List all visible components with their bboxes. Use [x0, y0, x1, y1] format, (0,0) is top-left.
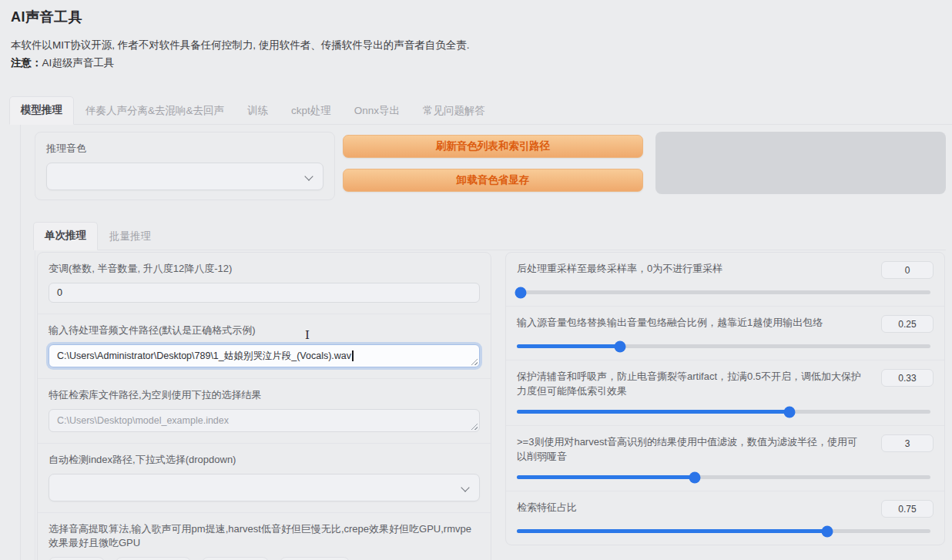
- slider-value-input[interactable]: 0.25: [881, 315, 934, 333]
- slider-row: 保护清辅音和呼吸声，防止电音撕裂等artifact，拉满0.5不开启，调低加大保…: [506, 360, 944, 425]
- slider-track[interactable]: [517, 529, 930, 533]
- f0-option-crepe[interactable]: crepe: [202, 557, 270, 560]
- tab-ckpt处理[interactable]: ckpt处理: [280, 97, 343, 125]
- audio-path-row: 输入待处理音频文件路径(默认是正确格式示例) C:\Users\Administ…: [38, 314, 491, 378]
- slider-row: >=3则使用对harvest音高识别的结果使用中值滤波，数值为滤波半径，使用可以…: [506, 425, 944, 491]
- page-title: AI声音工具: [11, 8, 952, 26]
- sub-tabs: 单次推理批量推理: [33, 222, 946, 250]
- f0-method-options: pmharvestcrepermvpe: [49, 557, 480, 560]
- page: AI声音工具 本软件以MIT协议开源, 作者不对软件具备任何控制力, 使用软件者…: [0, 0, 952, 560]
- index-path-label: 特征检索库文件路径,为空则使用下拉的选择结果: [49, 388, 480, 402]
- f0-method-label: 选择音高提取算法,输入歌声可用pm提速,harvest低音好但巨慢无比,crep…: [49, 522, 480, 550]
- tab-模型推理[interactable]: 模型推理: [9, 96, 74, 125]
- slider-value-input[interactable]: 0: [881, 261, 934, 279]
- slider-handle[interactable]: [689, 471, 700, 483]
- resize-handle-icon[interactable]: [471, 423, 478, 430]
- audio-path-input[interactable]: C:\Users\Administrator\Desktop\789\1_姑娘别…: [49, 344, 480, 367]
- slider-row: 后处理重采样至最终采样率，0为不进行重采样0: [506, 253, 944, 306]
- slider-label: 输入源音量包络替换输出音量包络融合比例，越靠近1越使用输出包络: [517, 315, 881, 330]
- chevron-down-icon: [461, 483, 469, 491]
- tab-训练[interactable]: 训练: [236, 97, 280, 125]
- slider-handle[interactable]: [615, 340, 626, 352]
- slider-row: 输入源音量包络替换输出音量包络融合比例，越靠近1越使用输出包络0.25: [506, 306, 944, 360]
- voice-label: 推理音色: [46, 142, 323, 156]
- auto-index-row: 自动检测index路径,下拉式选择(dropdown): [38, 443, 491, 512]
- auto-index-select[interactable]: [49, 474, 480, 501]
- slider-fill: [517, 529, 827, 533]
- note-label: 注意：: [11, 57, 42, 69]
- refresh-voice-list-button[interactable]: 刷新音色列表和索引路径: [343, 135, 643, 158]
- slider-handle[interactable]: [784, 406, 796, 417]
- ibeam-cursor: I: [305, 328, 310, 342]
- subtab-批量推理[interactable]: 批量推理: [98, 223, 163, 250]
- f0-method-row: 选择音高提取算法,输入歌声可用pm提速,harvest低音好但巨慢无比,crep…: [38, 512, 491, 560]
- slider-label: >=3则使用对harvest音高识别的结果使用中值滤波，数值为滤波半径，使用可以…: [517, 434, 881, 464]
- audio-path-value: C:\Users\Administrator\Desktop\789\1_姑娘别…: [57, 350, 351, 363]
- slider-track[interactable]: [517, 344, 930, 348]
- f0-option-pm[interactable]: pm: [49, 557, 105, 560]
- note-line: 注意：AI超级声音工具: [11, 56, 952, 70]
- output-info-panel: [655, 132, 946, 194]
- text-caret: [352, 350, 354, 361]
- transpose-label: 变调(整数, 半音数量, 升八度12降八度-12): [49, 262, 480, 276]
- voice-row: 推理音色 刷新音色列表和索引路径 卸载音色省显存: [35, 132, 946, 200]
- f0-option-harvest[interactable]: harvest: [116, 557, 191, 560]
- transpose-value: 0: [57, 287, 62, 298]
- slider-track[interactable]: [517, 290, 930, 294]
- main-tabs: 模型推理伴奏人声分离&去混响&去回声训练ckpt处理Onnx导出常见问题解答: [9, 96, 952, 125]
- voice-group: 推理音色: [35, 132, 335, 200]
- resize-handle-icon[interactable]: [471, 358, 478, 365]
- index-path-row: 特征检索库文件路径,为空则使用下拉的选择结果 C:\Users\Desktop\…: [38, 378, 491, 443]
- slider-handle[interactable]: [821, 525, 833, 537]
- index-path-input[interactable]: C:\Users\Desktop\model_example.index: [49, 409, 480, 432]
- slider-track[interactable]: [517, 410, 930, 414]
- note-text: AI超级声音工具: [42, 57, 115, 69]
- tab-伴奏人声分离&去混响&去回声[interactable]: 伴奏人声分离&去混响&去回声: [74, 97, 236, 125]
- unload-voice-button[interactable]: 卸载音色省显存: [343, 169, 643, 192]
- disclaimer-text: 本软件以MIT协议开源, 作者不对软件具备任何控制力, 使用软件者、传播软件导出…: [11, 39, 952, 52]
- slider-label: 保护清辅音和呼吸声，防止电音撕裂等artifact，拉满0.5不开启，调低加大保…: [517, 369, 881, 398]
- slider-settings-panel: 后处理重采样至最终采样率，0为不进行重采样0输入源音量包络替换输出音量包络融合比…: [505, 252, 945, 545]
- index-path-placeholder: C:\Users\Desktop\model_example.index: [57, 415, 229, 426]
- tab-Onnx导出[interactable]: Onnx导出: [343, 97, 411, 125]
- f0-option-rmvpe[interactable]: rmvpe: [280, 557, 350, 560]
- single-inference-content: 变调(整数, 半音数量, 升八度12降八度-12) 0 输入待处理音频文件路径(…: [35, 250, 946, 560]
- auto-index-label: 自动检测index路径,下拉式选择(dropdown): [49, 453, 480, 467]
- slider-row: 检索特征占比0.75: [506, 491, 944, 545]
- slider-value-input[interactable]: 0.33: [881, 369, 934, 387]
- chevron-down-icon: [304, 172, 313, 180]
- slider-label: 后处理重采样至最终采样率，0为不进行重采样: [517, 261, 881, 276]
- input-settings-panel: 变调(整数, 半音数量, 升八度12降八度-12) 0 输入待处理音频文件路径(…: [37, 252, 491, 560]
- slider-fill: [517, 475, 695, 479]
- subtab-单次推理[interactable]: 单次推理: [33, 222, 98, 250]
- slider-value-input[interactable]: 3: [881, 434, 934, 452]
- audio-path-label: 输入待处理音频文件路径(默认是正确格式示例): [49, 324, 480, 337]
- transpose-row: 变调(整数, 半音数量, 升八度12降八度-12) 0: [38, 253, 491, 314]
- voice-select[interactable]: [46, 163, 323, 190]
- tab-常见问题解答[interactable]: 常见问题解答: [411, 97, 497, 125]
- slider-fill: [517, 410, 789, 414]
- slider-handle[interactable]: [515, 287, 527, 298]
- slider-fill: [517, 344, 620, 348]
- slider-value-input[interactable]: 0.75: [881, 500, 934, 518]
- slider-track[interactable]: [517, 475, 930, 479]
- voice-buttons: 刷新音色列表和索引路径 卸载音色省显存: [343, 132, 643, 192]
- transpose-input[interactable]: 0: [49, 283, 480, 303]
- model-inference-tab-content: 推理音色 刷新音色列表和索引路径 卸载音色省显存 单次推理批量推理 变调(整数,…: [20, 125, 952, 560]
- slider-label: 检索特征占比: [517, 500, 881, 515]
